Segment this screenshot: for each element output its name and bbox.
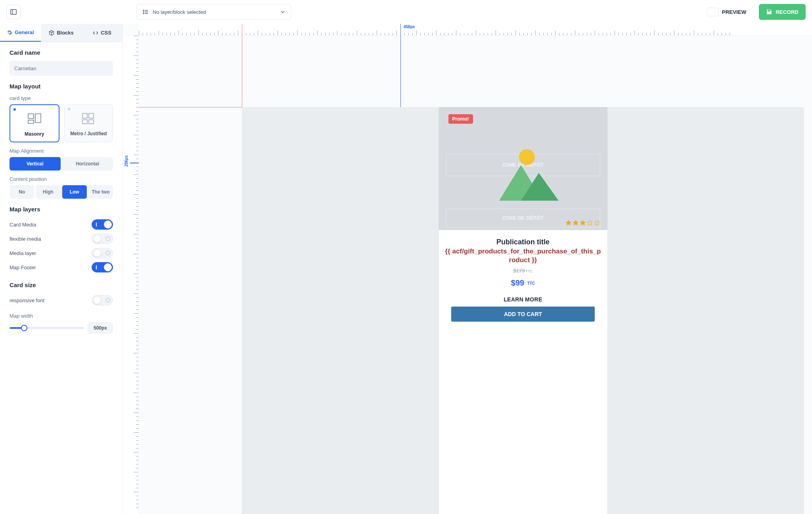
- list-icon: [142, 9, 149, 15]
- origin-guide-horizontal: [139, 107, 242, 107]
- stage: Promo! ZONE DE DÉPÔT ZONE DE DÉPÔT Publi…: [242, 107, 804, 514]
- tab-blocks-label: Blocks: [57, 30, 74, 36]
- svg-point-2: [143, 10, 144, 11]
- section-map-layers-title: Map layers: [10, 206, 113, 213]
- star-icon: [565, 220, 572, 226]
- position-two[interactable]: The two: [88, 185, 113, 199]
- flexible-media-label: flexible media: [10, 236, 41, 242]
- media-layer-label: Media layer: [10, 250, 36, 256]
- card-type-metro-label: Metro / Justified: [69, 131, 109, 136]
- gear-icon: [7, 30, 12, 35]
- map-width-value: 500px: [88, 322, 113, 334]
- svg-rect-11: [82, 113, 87, 118]
- ruler-horizontal[interactable]: [139, 24, 812, 36]
- map-footer-label: Map Footer: [10, 265, 36, 270]
- card-type-label: card type: [10, 95, 113, 101]
- acf-field: {{ acf/gift_products_for_the_purchase_of…: [445, 247, 601, 265]
- sidebar-toggle-button[interactable]: [6, 5, 21, 19]
- placeholder-image-icon: [483, 145, 563, 205]
- record-button[interactable]: RECORD: [759, 4, 806, 20]
- svg-point-4: [143, 13, 144, 14]
- learn-more-link[interactable]: LEARN MORE: [445, 296, 601, 303]
- svg-rect-10: [28, 120, 34, 123]
- star-icon: [587, 220, 593, 226]
- promo-badge: Promo!: [448, 114, 473, 124]
- sidebar-tabs: General Blocks CSS: [0, 24, 123, 42]
- card-type-masonry[interactable]: Masonry: [10, 104, 59, 142]
- height-label: 206px: [124, 155, 128, 167]
- map-footer-toggle[interactable]: [92, 262, 113, 272]
- topbar: No layer/block selected PREVIEW RECORD: [0, 0, 812, 24]
- star-icon: [594, 220, 600, 226]
- alignment-label: Map Alignment: [10, 148, 113, 154]
- settings-sidebar: General Blocks CSS Card name Map layout …: [0, 24, 123, 514]
- card-media-toggle[interactable]: [92, 219, 113, 230]
- chevron-down-icon: [280, 10, 285, 14]
- save-icon: [766, 9, 772, 15]
- position-low[interactable]: Low: [62, 185, 87, 199]
- media-layer-toggle[interactable]: [92, 248, 113, 258]
- canvas: 206px 458px Promo! ZONE DE DÉPÔT ZONE DE…: [123, 24, 812, 514]
- map-width-slider[interactable]: [10, 327, 84, 329]
- rating-stars: [565, 220, 600, 226]
- preview-toggle-icon: [707, 8, 719, 16]
- record-label: RECORD: [776, 9, 799, 15]
- layer-selector-text: No layer/block selected: [153, 9, 206, 15]
- code-icon: [93, 30, 98, 36]
- add-to-cart-button[interactable]: ADD TO CART: [451, 307, 595, 322]
- svg-rect-12: [89, 113, 94, 118]
- guide-vertical-label: 458px: [404, 25, 415, 29]
- card-type-metro[interactable]: Metro / Justified: [64, 104, 113, 142]
- map-width-label: Map width: [10, 313, 113, 319]
- card-media-label: Card Media: [10, 222, 36, 228]
- publication-title: Publication title: [445, 238, 601, 246]
- section-card-name-title: Card name: [10, 49, 113, 56]
- svg-rect-0: [11, 10, 16, 14]
- preview-button[interactable]: PREVIEW: [699, 4, 754, 20]
- svg-point-3: [143, 12, 144, 12]
- responsive-font-label: responsive font: [10, 297, 44, 303]
- flexible-media-toggle[interactable]: [92, 234, 113, 244]
- star-icon: [573, 220, 579, 226]
- position-high[interactable]: High: [36, 185, 60, 199]
- grid-icon: [82, 113, 95, 125]
- ruler-mark: [130, 163, 139, 163]
- price-old: $179TTC: [445, 268, 601, 274]
- masonry-icon: [27, 113, 42, 125]
- svg-rect-14: [89, 120, 94, 124]
- svg-rect-13: [82, 120, 87, 124]
- position-no[interactable]: No: [10, 185, 34, 199]
- alignment-vertical[interactable]: Vertical: [10, 157, 61, 171]
- responsive-font-toggle[interactable]: [92, 295, 113, 305]
- tab-css[interactable]: CSS: [82, 24, 123, 42]
- tab-css-label: CSS: [101, 30, 111, 36]
- ruler-vertical[interactable]: [123, 36, 139, 514]
- tab-blocks[interactable]: Blocks: [41, 24, 82, 42]
- panel-icon: [10, 9, 17, 15]
- svg-rect-9: [35, 114, 41, 123]
- cube-icon: [49, 30, 54, 36]
- card-body: Publication title {{ acf/gift_products_f…: [439, 230, 607, 331]
- tab-general[interactable]: General: [0, 24, 41, 42]
- preview-label: PREVIEW: [722, 9, 746, 15]
- section-map-layout-title: Map layout: [10, 83, 113, 90]
- card-name-input[interactable]: [10, 61, 113, 76]
- svg-point-15: [519, 149, 535, 165]
- card-media-area: Promo! ZONE DE DÉPÔT ZONE DE DÉPÔT: [439, 107, 607, 230]
- card-type-masonry-label: Masonry: [14, 131, 55, 137]
- position-label: Content position: [10, 176, 113, 182]
- section-card-size-title: Card size: [10, 282, 113, 288]
- alignment-horizontal[interactable]: Horizontal: [62, 157, 113, 171]
- layer-selector[interactable]: No layer/block selected: [136, 4, 291, 20]
- card-preview[interactable]: Promo! ZONE DE DÉPÔT ZONE DE DÉPÔT Publi…: [439, 107, 607, 514]
- tab-general-label: General: [15, 29, 34, 35]
- price-new: $99 TTC: [445, 278, 601, 288]
- svg-rect-8: [28, 114, 34, 119]
- star-icon: [580, 220, 586, 226]
